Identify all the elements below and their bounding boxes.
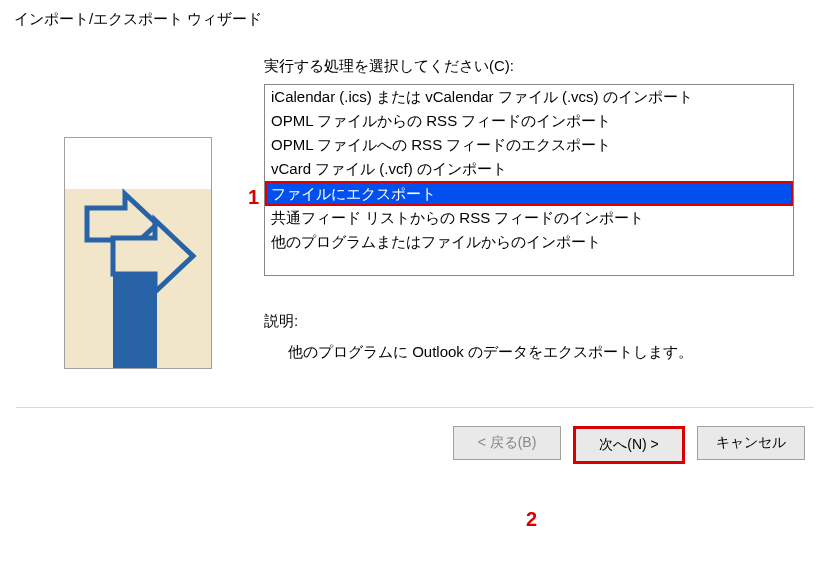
content-area: 実行する処理を選択してください(C): iCalendar (.ics) または… [0, 39, 829, 369]
next-button-label: 次へ(N) > [599, 436, 659, 452]
list-item[interactable]: OPML ファイルからの RSS フィードのインポート [265, 109, 793, 133]
action-listbox[interactable]: iCalendar (.ics) または vCalendar ファイル (.vc… [264, 84, 794, 276]
description-text: 他のプログラムに Outlook のデータをエクスポートします。 [264, 343, 813, 362]
list-item[interactable]: OPML ファイルへの RSS フィードのエクスポート [265, 133, 793, 157]
action-prompt-label: 実行する処理を選択してください(C): [264, 57, 813, 76]
button-bar: < 戻る(B) 次へ(N) > キャンセル [0, 408, 829, 464]
list-item-selected[interactable]: ファイルにエクスポート [265, 181, 793, 206]
list-item[interactable]: iCalendar (.ics) または vCalendar ファイル (.vc… [265, 85, 793, 109]
description-label: 説明: [264, 312, 813, 331]
main-panel: 実行する処理を選択してください(C): iCalendar (.ics) または… [260, 57, 813, 369]
list-item[interactable]: vCard ファイル (.vcf) のインポート [265, 157, 793, 181]
list-item[interactable]: 他のプログラムまたはファイルからのインポート [265, 230, 793, 254]
cancel-button[interactable]: キャンセル [697, 426, 805, 460]
window-title: インポート/エクスポート ウィザード [0, 0, 829, 39]
wizard-image-panel [16, 57, 260, 369]
annotation-marker-1: 1 [248, 186, 259, 209]
next-button[interactable]: 次へ(N) > [573, 426, 685, 464]
wizard-decorative-image [64, 137, 212, 369]
back-button: < 戻る(B) [453, 426, 561, 460]
annotation-marker-2: 2 [526, 508, 537, 531]
list-item[interactable]: 共通フィード リストからの RSS フィードのインポート [265, 206, 793, 230]
